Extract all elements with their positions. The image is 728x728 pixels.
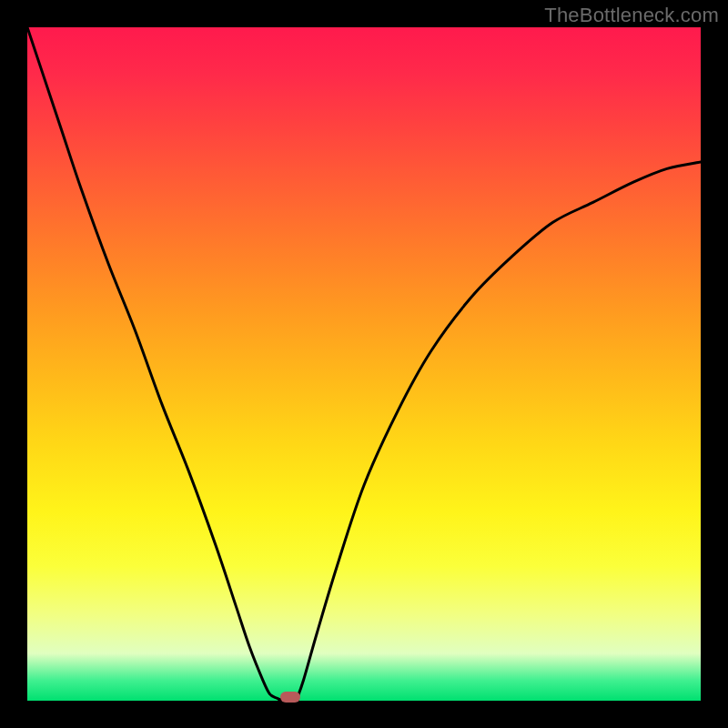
outer-frame: TheBottleneck.com bbox=[0, 0, 728, 728]
minimum-marker bbox=[280, 692, 300, 703]
bottleneck-curve bbox=[27, 27, 701, 701]
plot-area bbox=[27, 27, 701, 701]
watermark-text: TheBottleneck.com bbox=[544, 4, 719, 27]
